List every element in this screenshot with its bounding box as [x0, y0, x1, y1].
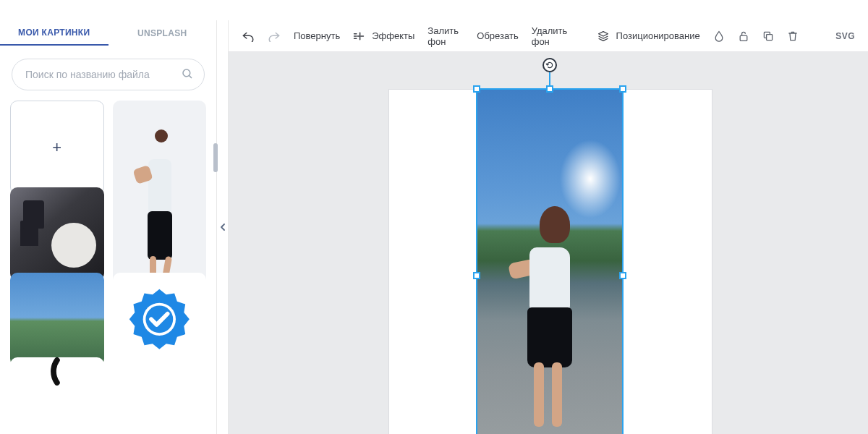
- svg-export-button[interactable]: SVG: [835, 31, 855, 41]
- verified-badge-icon: [127, 286, 192, 352]
- droplet-icon: [713, 30, 725, 42]
- thumbnail-magician-rabbit[interactable]: [10, 187, 104, 281]
- context-toolbar: Повернуть Эффекты Залить фон Обрезать Уд…: [229, 20, 868, 52]
- resize-handle-mr[interactable]: [619, 272, 626, 279]
- lock-button[interactable]: [738, 30, 749, 42]
- undo-icon: [242, 30, 255, 42]
- resize-handle-tm[interactable]: [546, 85, 553, 93]
- opacity-button[interactable]: [713, 30, 725, 42]
- svg-line-1: [189, 75, 192, 78]
- image-grid: +: [0, 101, 216, 434]
- layers-icon: [597, 30, 609, 42]
- rotate-connector: [549, 72, 550, 87]
- effects-button[interactable]: Эффекты: [353, 30, 414, 41]
- canvas[interactable]: [229, 52, 868, 434]
- add-image-button[interactable]: +: [10, 101, 104, 195]
- resize-handle-tl[interactable]: [473, 85, 480, 93]
- positioning-button[interactable]: Позиционирование: [597, 30, 700, 42]
- resize-handle-tr[interactable]: [619, 85, 626, 93]
- selected-image[interactable]: [476, 88, 624, 434]
- delete-button[interactable]: [787, 30, 799, 42]
- selected-image-content: [477, 90, 622, 434]
- thumbnail-landscape[interactable]: [10, 273, 104, 367]
- remove-background-button[interactable]: Удалить фон: [532, 25, 571, 47]
- sidebar-tabs: МОИ КАРТИНКИ UNSPLASH: [0, 20, 216, 46]
- chevron-left-icon: [220, 224, 226, 231]
- svg-rect-6: [766, 34, 772, 40]
- rotate-button[interactable]: Повернуть: [294, 30, 340, 41]
- redo-button[interactable]: [268, 30, 281, 42]
- thumbnail-partial[interactable]: [10, 357, 104, 434]
- crop-button[interactable]: Обрезать: [477, 30, 518, 41]
- undo-button[interactable]: [242, 30, 255, 42]
- work-area: Повернуть Эффекты Залить фон Обрезать Уд…: [229, 20, 868, 434]
- resize-handle-ml[interactable]: [473, 272, 480, 279]
- positioning-label: Позиционирование: [616, 30, 700, 41]
- search-input[interactable]: [25, 69, 181, 80]
- trash-icon: [787, 30, 799, 42]
- search-input-wrap[interactable]: [12, 59, 205, 90]
- redo-icon: [268, 30, 281, 42]
- fill-background-button[interactable]: Залить фон: [427, 25, 464, 47]
- duplicate-button[interactable]: [762, 30, 774, 42]
- sidebar-scrollbar[interactable]: [213, 143, 218, 172]
- tab-my-images[interactable]: МОИ КАРТИНКИ: [0, 20, 109, 46]
- effects-icon: [353, 31, 365, 41]
- unlock-icon: [738, 30, 749, 42]
- svg-rect-4: [740, 35, 747, 41]
- rotate-icon: [545, 61, 554, 69]
- rotate-handle[interactable]: [542, 58, 557, 72]
- effects-label: Эффекты: [372, 30, 414, 41]
- sidebar: МОИ КАРТИНКИ UNSPLASH +: [0, 20, 217, 434]
- thumbnail-verified-badge[interactable]: [113, 273, 207, 367]
- search-icon: [181, 67, 194, 82]
- plus-icon: +: [52, 138, 61, 157]
- collapse-sidebar-handle[interactable]: [217, 20, 229, 434]
- tab-unsplash[interactable]: UNSPLASH: [109, 20, 217, 46]
- svg-point-0: [183, 69, 190, 77]
- copy-icon: [762, 30, 774, 42]
